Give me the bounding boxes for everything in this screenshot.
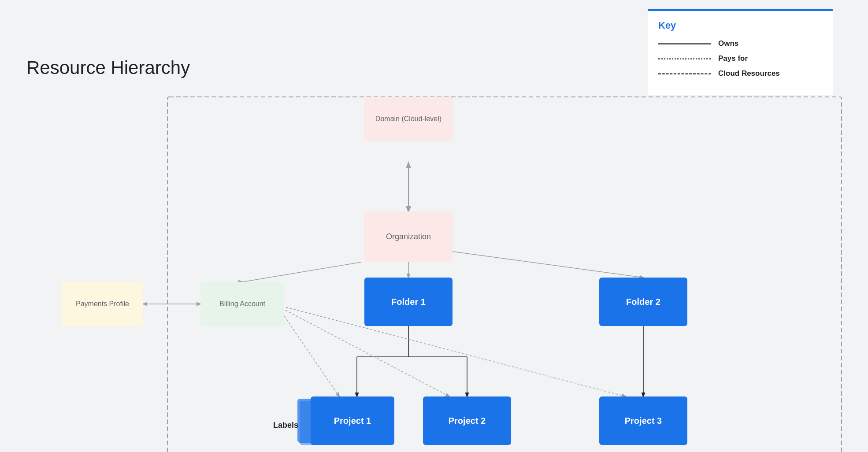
svg-line-5 <box>449 251 643 278</box>
billing-account-node: Billing Account <box>200 282 284 326</box>
key-label-owns: Owns <box>718 39 738 48</box>
project1-node: Project 1 <box>311 396 394 445</box>
key-item-pays: Pays for <box>658 54 822 63</box>
diagram: Domain (Cloud-level) Organization Paymen… <box>18 79 850 434</box>
svg-line-14 <box>282 306 626 396</box>
key-line-dashed <box>658 73 711 74</box>
key-title: Key <box>658 20 822 31</box>
svg-line-12 <box>282 313 339 396</box>
key-line-dotted <box>658 58 711 59</box>
key-label-cloud: Cloud Resources <box>718 69 780 78</box>
folder1-node: Folder 1 <box>364 278 453 326</box>
organization-node: Organization <box>364 211 453 262</box>
labels-text: Labels <box>273 421 298 430</box>
key-line-solid <box>658 43 711 44</box>
key-item-owns: Owns <box>658 39 822 48</box>
project3-node: Project 3 <box>599 396 687 445</box>
domain-node: Domain (Cloud-level) <box>364 97 453 141</box>
svg-line-2 <box>242 262 361 282</box>
folder2-node: Folder 2 <box>599 278 687 326</box>
key-item-cloud: Cloud Resources <box>658 69 822 78</box>
key-label-pays: Pays for <box>718 54 748 63</box>
project2-node: Project 2 <box>423 396 511 445</box>
page-title: Resource Hierarchy <box>26 57 190 78</box>
payments-profile-node: Payments Profile <box>62 282 143 326</box>
